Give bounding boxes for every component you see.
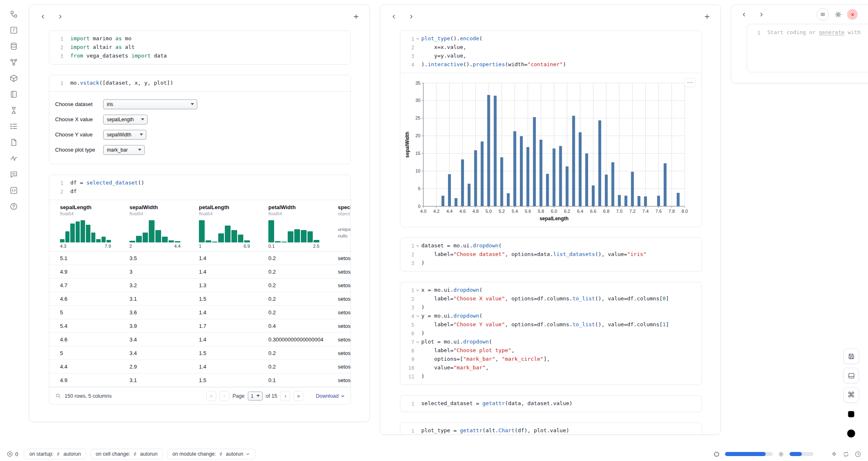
code-line[interactable]: 2import altair as alt — [53, 43, 345, 52]
code-line[interactable]: 6) — [404, 329, 696, 338]
memory-meter[interactable] — [725, 452, 773, 456]
column-header[interactable]: sepalWidthfloat6424.4 — [119, 204, 188, 249]
restart-kernel-button[interactable] — [843, 451, 850, 458]
code-line[interactable]: 3 y=y.value, — [404, 52, 696, 60]
menu-button[interactable] — [817, 8, 829, 21]
code-line[interactable]: 1plot_type().encode( — [404, 35, 696, 43]
history-icon[interactable] — [9, 105, 18, 115]
save-button[interactable] — [843, 348, 859, 364]
empty-cell[interactable]: 1 Start coding or generate with — [747, 24, 868, 72]
error-indicator[interactable]: 0 — [7, 451, 18, 457]
code-line[interactable]: 1df = selected_dataset() — [53, 179, 345, 187]
table-row[interactable]: 4.63.11.50.2setosa — [49, 292, 351, 306]
chart-svg[interactable]: 4.04.24.44.64.85.05.25.45.65.86.06.26.46… — [404, 79, 690, 224]
column-collapse-left-button[interactable] — [389, 12, 398, 21]
table-row[interactable]: 53.61.40.2setosa — [49, 306, 351, 319]
table-row[interactable]: 5.43.91.70.4setosa — [49, 319, 351, 333]
runtime-chip[interactable]: on module change:autorun — [167, 449, 255, 459]
column-collapse-right-button[interactable] — [55, 12, 65, 21]
code-line[interactable]: 2 x=x.value, — [404, 43, 696, 52]
column-header[interactable]: speciesobjectunique:nulls: — [327, 204, 351, 249]
fold-chevron-icon[interactable] — [414, 35, 421, 43]
code-editor[interactable]: 1import marimo as mo2import altair as al… — [49, 31, 351, 64]
layout-button[interactable] — [843, 368, 859, 383]
next-page-button[interactable]: › — [280, 391, 290, 401]
fold-chevron-icon[interactable] — [414, 338, 421, 346]
fold-chevron-icon[interactable] — [414, 312, 421, 320]
dependency-graph-icon[interactable] — [9, 57, 18, 67]
column-collapse-right-button[interactable] — [757, 10, 766, 19]
app-view-button[interactable] — [843, 406, 859, 422]
datasources-icon[interactable] — [9, 41, 18, 51]
runtime-chip[interactable]: on cell change:autorun — [90, 449, 163, 459]
search-icon[interactable] — [55, 393, 61, 399]
code-line[interactable]: 4y = mo.ui.dropdown( — [404, 312, 696, 320]
table-row[interactable]: 4.93.11.50.1setosa — [49, 373, 351, 387]
run-all-button[interactable] — [843, 426, 859, 441]
chart-menu-button[interactable] — [684, 78, 696, 87]
fold-chevron-icon[interactable] — [414, 242, 421, 250]
column-collapse-right-button[interactable] — [406, 12, 416, 21]
code-line[interactable]: 1plot_type = getattr(alt.Chart(df), plot… — [404, 426, 696, 435]
last-page-button[interactable]: » — [293, 391, 303, 401]
table-row[interactable]: 53.41.50.2setosa — [49, 346, 351, 360]
code-line[interactable]: 5 label="Choose Y value", options=df.col… — [404, 320, 696, 329]
y-value-select[interactable]: sepalWidth — [103, 130, 146, 140]
chat-icon[interactable] — [9, 169, 18, 179]
code-line[interactable]: 1import marimo as mo — [53, 35, 345, 43]
file-tree-icon[interactable] — [9, 9, 18, 19]
code-line[interactable]: 3) — [404, 303, 696, 312]
code-line[interactable]: 8 label="Choose plot type", — [404, 346, 696, 355]
variables-icon[interactable]: f — [9, 25, 18, 35]
page-select[interactable]: 1 — [248, 392, 263, 401]
code-line[interactable]: 2 label="Choose dataset", options=data.l… — [404, 250, 696, 259]
altair-chart[interactable]: 4.04.24.44.64.85.05.25.45.65.86.06.26.46… — [404, 79, 697, 224]
code-editor[interactable]: 1mo.vstack([dataset, x, y, plot]) — [49, 75, 351, 91]
table-row[interactable]: 4.931.40.2setosa — [49, 265, 351, 279]
code-line[interactable]: 7plot = mo.ui.dropdown( — [404, 338, 696, 346]
column-header[interactable]: sepalLengthfloat644.37.9 — [49, 204, 119, 249]
x-value-select[interactable]: sepalLength — [103, 115, 148, 124]
code-line[interactable]: 1selected_dataset = getattr(data, datase… — [404, 399, 696, 408]
documentation-icon[interactable] — [9, 137, 18, 147]
dataset-select[interactable]: iris — [103, 99, 197, 109]
code-line[interactable]: 1x = mo.ui.dropdown( — [404, 286, 696, 295]
close-button[interactable] — [847, 9, 858, 20]
cpu-meter[interactable] — [790, 452, 813, 456]
code-line[interactable]: 11) — [404, 372, 696, 381]
code-line[interactable]: 2 label="Choose X value", options=df.col… — [404, 295, 696, 303]
notebook-icon[interactable] — [9, 89, 18, 99]
settings-button[interactable] — [833, 10, 843, 19]
plot-type-select[interactable]: mark_bar — [103, 145, 145, 155]
code-editor[interactable]: 1dataset = mo.ui.dropdown(2 label="Choos… — [400, 238, 702, 271]
logs-icon[interactable] — [9, 121, 18, 131]
recent-runs-button[interactable] — [854, 451, 861, 458]
ai-assist-button[interactable] — [831, 451, 838, 458]
generate-link[interactable]: generate — [819, 29, 845, 35]
table-row[interactable]: 4.42.91.40.2setosa — [49, 360, 351, 373]
cell-placeholder[interactable]: Start coding or generate with — [767, 28, 861, 68]
download-button[interactable]: Download — [316, 393, 345, 399]
code-line[interactable]: 3) — [404, 259, 696, 267]
code-line[interactable]: 3from vega_datasets import data — [53, 52, 345, 60]
code-editor[interactable]: 1x = mo.ui.dropdown(2 label="Choose X va… — [400, 282, 702, 385]
first-page-button[interactable]: « — [206, 391, 216, 401]
fold-chevron-icon[interactable] — [414, 286, 421, 295]
column-header[interactable]: petalWidthfloat640.12.5 — [258, 204, 327, 249]
column-collapse-left-button[interactable] — [38, 12, 47, 21]
help-icon[interactable] — [9, 201, 18, 211]
prev-page-button[interactable]: ‹ — [219, 391, 229, 401]
column-collapse-left-button[interactable] — [739, 10, 748, 19]
tracing-icon[interactable] — [9, 153, 18, 163]
snippets-icon[interactable] — [9, 185, 18, 195]
column-header[interactable]: petalLengthfloat6416.9 — [188, 204, 258, 249]
keyboard-shortcuts-button[interactable]: ⌘ — [843, 387, 859, 403]
code-editor[interactable]: 1plot_type = getattr(alt.Chart(df), plot… — [400, 423, 702, 435]
code-line[interactable]: 4).interactive().properties(width="conta… — [404, 60, 696, 69]
code-line[interactable]: 1mo.vstack([dataset, x, y, plot]) — [53, 79, 345, 88]
code-line[interactable]: 9 options=["mark_bar", "mark_circle"], — [404, 355, 696, 364]
table-row[interactable]: 5.13.51.40.2setosa — [49, 251, 351, 265]
code-line[interactable]: 10 value="mark_bar", — [404, 364, 696, 372]
add-cell-button[interactable] — [351, 12, 360, 21]
code-editor[interactable]: 1plot_type().encode(2 x=x.value,3 y=y.va… — [400, 31, 702, 73]
